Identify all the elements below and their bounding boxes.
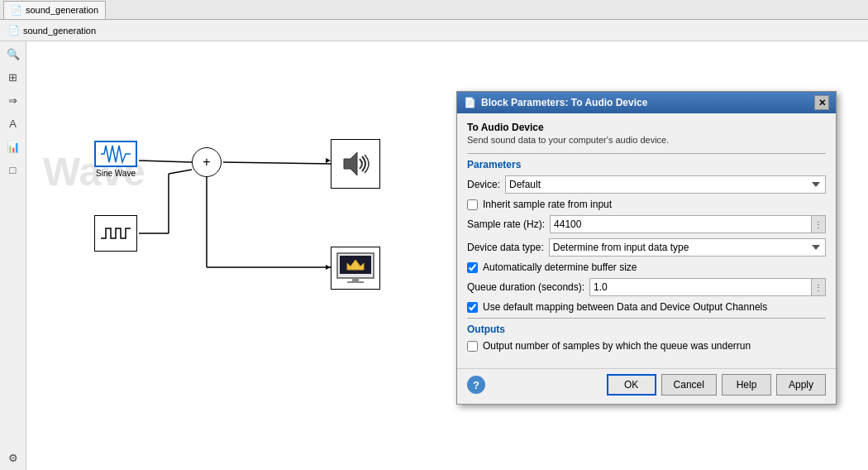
display-icon	[336, 252, 375, 285]
display-block[interactable]	[331, 247, 380, 290]
sum-symbol: +	[203, 155, 210, 170]
sidebar-icon-search[interactable]: 🔍	[4, 45, 22, 63]
sidebar-icon-grid[interactable]: ⊞	[4, 68, 22, 86]
output-number-label: Output number of samples by which the qu…	[483, 340, 751, 352]
default-mapping-row: Use default mapping between Data and Dev…	[467, 301, 826, 313]
dialog-separator-1	[467, 153, 826, 154]
sample-rate-row: Sample rate (Hz): ⋮	[467, 215, 826, 233]
default-mapping-checkbox[interactable]	[467, 302, 478, 313]
canvas-area: Wave Sine Wave	[26, 41, 868, 470]
dialog-separator-2	[467, 318, 826, 319]
device-data-type-label: Device data type:	[467, 242, 544, 253]
sample-rate-dots-button[interactable]: ⋮	[811, 215, 826, 233]
toolbar: 📄 sound_generation	[0, 20, 868, 41]
pulse-icon	[101, 222, 131, 245]
toolbar-label: sound_generation	[23, 26, 96, 36]
sample-rate-input[interactable]	[550, 215, 811, 233]
svg-marker-9	[344, 152, 357, 175]
toolbar-icon: 📄	[8, 25, 20, 36]
pulse-block[interactable]	[94, 215, 137, 252]
footer-left: ?	[467, 376, 485, 394]
svg-rect-14	[347, 281, 364, 283]
device-data-type-select[interactable]: Determine from input data type	[549, 238, 826, 257]
queue-duration-row: Queue duration (seconds): ⋮	[467, 278, 826, 296]
dialog-footer: ? OK Cancel Help Apply	[457, 368, 836, 404]
dialog-title-text: Block Parameters: To Audio Device	[481, 97, 647, 108]
sine-wave-label: Sine Wave	[96, 169, 136, 178]
tab-bar: 📄 sound_generation	[0, 0, 868, 20]
params-label: Parameters	[467, 159, 826, 170]
queue-duration-input[interactable]	[589, 278, 811, 296]
device-label: Device:	[467, 179, 500, 190]
main-area: 🔍 ⊞ ⇒ A 📊 □ ⚙ Wave	[0, 41, 868, 470]
block-parameters-dialog: 📄 Block Parameters: To Audio Device ✕ To…	[456, 91, 837, 405]
dialog-titlebar: 📄 Block Parameters: To Audio Device ✕	[457, 92, 836, 113]
dialog-title-left: 📄 Block Parameters: To Audio Device	[464, 97, 647, 108]
cancel-button[interactable]: Cancel	[661, 374, 717, 396]
sidebar-icon-box[interactable]: □	[4, 161, 22, 179]
output-number-row: Output number of samples by which the qu…	[467, 340, 826, 352]
device-select[interactable]: Default	[505, 175, 826, 194]
queue-duration-label: Queue duration (seconds):	[467, 281, 584, 293]
sample-rate-label: Sample rate (Hz):	[467, 218, 545, 230]
svg-line-4	[223, 162, 332, 164]
sine-wave-icon	[101, 142, 131, 165]
help-button[interactable]: Help	[722, 374, 771, 396]
inherit-label: Inherit sample rate from input	[483, 199, 612, 210]
auto-buffer-row: Automatically determine buffer size	[467, 261, 826, 273]
default-mapping-label: Use default mapping between Data and Dev…	[483, 301, 767, 313]
device-data-type-row: Device data type: Determine from input d…	[467, 238, 826, 257]
dialog-body: To Audio Device Send sound data to your …	[457, 113, 836, 365]
sum-block[interactable]: +	[192, 147, 222, 177]
output-number-checkbox[interactable]	[467, 341, 478, 352]
speaker-icon	[337, 146, 374, 182]
pulse-box	[94, 215, 137, 252]
speaker-block[interactable]	[331, 139, 380, 189]
tab-label: sound_generation	[26, 5, 98, 15]
inherit-checkbox[interactable]	[467, 199, 478, 210]
tab-icon: 📄	[11, 5, 22, 16]
sample-rate-input-group: ⋮	[550, 215, 826, 233]
svg-rect-13	[352, 278, 359, 281]
dialog-description: Send sound data to your computer's audio…	[467, 135, 826, 145]
device-row: Device: Default	[467, 175, 826, 194]
sum-circle: +	[192, 147, 222, 177]
svg-line-3	[169, 170, 192, 174]
sidebar-icon-arrow[interactable]: ⇒	[4, 91, 22, 109]
sine-wave-box	[94, 141, 137, 167]
footer-right: OK Cancel Help Apply	[607, 374, 826, 396]
sidebar: 🔍 ⊞ ⇒ A 📊 □ ⚙	[0, 41, 26, 470]
auto-buffer-label: Automatically determine buffer size	[483, 261, 637, 273]
help-icon-button[interactable]: ?	[467, 376, 485, 394]
sidebar-icon-text[interactable]: A	[4, 114, 22, 132]
queue-duration-input-group: ⋮	[589, 278, 826, 296]
dialog-section-name: To Audio Device	[467, 122, 826, 133]
dialog-close-button[interactable]: ✕	[814, 95, 829, 110]
sidebar-icon-chart[interactable]: 📊	[4, 137, 22, 156]
main-tab[interactable]: 📄 sound_generation	[3, 1, 106, 19]
inherit-row: Inherit sample rate from input	[467, 199, 826, 210]
ok-button[interactable]: OK	[607, 374, 656, 396]
speaker-box	[331, 139, 380, 189]
apply-button[interactable]: Apply	[776, 374, 826, 396]
auto-buffer-checkbox[interactable]	[467, 262, 478, 273]
sine-wave-block[interactable]: Sine Wave	[94, 141, 137, 177]
svg-line-0	[139, 161, 192, 162]
dialog-title-icon: 📄	[464, 97, 476, 108]
display-box	[331, 247, 380, 290]
toolbar-item: 📄 sound_generation	[3, 23, 101, 37]
outputs-label: Outputs	[467, 324, 826, 335]
queue-duration-dots-button[interactable]: ⋮	[811, 278, 826, 296]
sidebar-icon-settings[interactable]: ⚙	[4, 448, 22, 467]
